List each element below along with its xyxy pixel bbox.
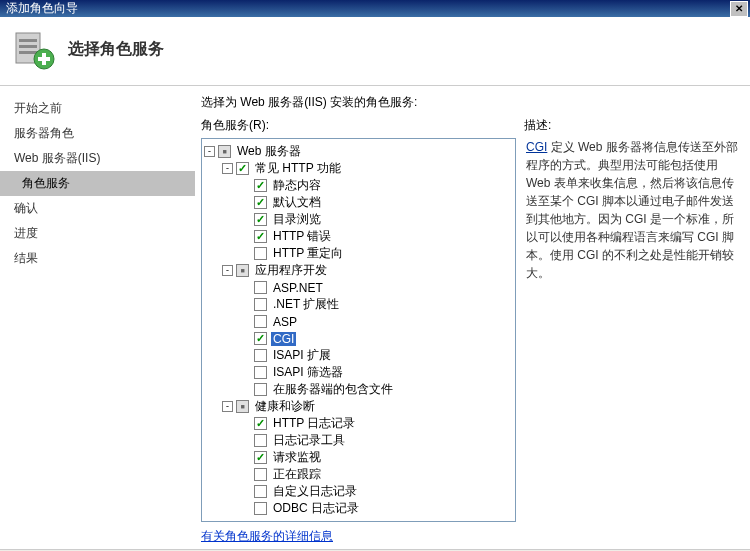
checkbox[interactable] [254,349,267,362]
tree-label[interactable]: 正在跟踪 [271,466,323,483]
tree-row: 目录浏览 [204,211,513,228]
window-title: 添加角色向导 [6,0,78,17]
tree-label[interactable]: .NET 扩展性 [271,296,341,313]
tree-row: ODBC 日志记录 [204,500,513,517]
checkbox[interactable] [254,315,267,328]
tree-label[interactable]: ASP.NET [271,281,325,295]
main-area: 开始之前服务器角色Web 服务器(IIS)角色服务确认进度结果 选择为 Web … [0,86,750,549]
sidebar-item[interactable]: 开始之前 [0,96,195,121]
checkbox[interactable] [236,264,249,277]
svg-rect-3 [19,51,37,54]
checkbox[interactable] [254,451,267,464]
tree-label[interactable]: ASP [271,315,299,329]
tree-label[interactable]: 应用程序开发 [253,262,329,279]
collapse-icon[interactable]: - [222,401,233,412]
sidebar: 开始之前服务器角色Web 服务器(IIS)角色服务确认进度结果 [0,86,195,549]
checkbox[interactable] [254,213,267,226]
tree-label[interactable]: CGI [271,332,296,346]
tree-label[interactable]: Web 服务器 [235,143,303,160]
role-services-tree[interactable]: -Web 服务器-常见 HTTP 功能静态内容默认文档目录浏览HTTP 错误HT… [201,138,516,522]
checkbox[interactable] [254,468,267,481]
desc-link[interactable]: CGI [526,140,547,154]
tree-label[interactable]: HTTP 错误 [271,228,333,245]
tree-row: -应用程序开发 [204,262,513,279]
checkbox[interactable] [218,145,231,158]
desc-label: 描述: [524,117,551,134]
tree-label[interactable]: 健康和诊断 [253,398,317,415]
checkbox[interactable] [236,162,249,175]
tree-row: -健康和诊断 [204,398,513,415]
tree-row: HTTP 日志记录 [204,415,513,432]
header: 选择角色服务 [0,17,750,86]
checkbox[interactable] [254,332,267,345]
checkbox[interactable] [254,281,267,294]
sidebar-item[interactable]: 服务器角色 [0,121,195,146]
tree-label[interactable]: ISAPI 扩展 [271,347,333,364]
page-title: 选择角色服务 [68,39,164,60]
tree-label[interactable]: 默认文档 [271,194,323,211]
tree-label: 角色服务(R): [201,117,516,134]
tree-row: 正在跟踪 [204,466,513,483]
tree-label[interactable]: 常见 HTTP 功能 [253,160,343,177]
svg-rect-1 [19,39,37,42]
tree-row: 静态内容 [204,177,513,194]
tree-row: 默认文档 [204,194,513,211]
tree-row: .NET 扩展性 [204,296,513,313]
checkbox[interactable] [254,366,267,379]
tree-row: ASP.NET [204,279,513,296]
checkbox[interactable] [254,383,267,396]
tree-row: ISAPI 扩展 [204,347,513,364]
checkbox[interactable] [254,247,267,260]
tree-label[interactable]: 在服务器端的包含文件 [271,381,395,398]
prompt-text: 选择为 Web 服务器(IIS) 安装的角色服务: [201,94,740,111]
sidebar-item[interactable]: Web 服务器(IIS) [0,146,195,171]
tree-row: 在服务器端的包含文件 [204,381,513,398]
sidebar-item[interactable]: 进度 [0,221,195,246]
checkbox[interactable] [236,400,249,413]
collapse-icon[interactable]: - [222,163,233,174]
wizard-icon [12,27,56,71]
tree-row: -Web 服务器 [204,143,513,160]
tree-label[interactable]: 请求监视 [271,449,323,466]
tree-row: 自定义日志记录 [204,483,513,500]
svg-rect-2 [19,45,37,48]
tree-label[interactable]: 目录浏览 [271,211,323,228]
sidebar-item[interactable]: 结果 [0,246,195,271]
desc-body: 定义 Web 服务器将信息传送至外部程序的方式。典型用法可能包括使用 Web 表… [526,140,738,280]
tree-row: 请求监视 [204,449,513,466]
close-button[interactable]: ✕ [730,1,748,17]
tree-label[interactable]: HTTP 重定向 [271,245,345,262]
checkbox[interactable] [254,485,267,498]
content: 选择为 Web 服务器(IIS) 安装的角色服务: 角色服务(R): 描述: -… [195,86,750,549]
sidebar-item[interactable]: 确认 [0,196,195,221]
checkbox[interactable] [254,298,267,311]
checkbox[interactable] [254,434,267,447]
tree-row: ISAPI 筛选器 [204,364,513,381]
tree-label[interactable]: HTTP 日志记录 [271,415,357,432]
checkbox[interactable] [254,230,267,243]
tree-label[interactable]: ODBC 日志记录 [271,500,361,517]
collapse-icon[interactable]: - [222,265,233,276]
wizard-window: 添加角色向导 ✕ 选择角色服务 开始之前服务器角色Web 服务器(IIS)角色服… [0,0,750,551]
checkbox[interactable] [254,179,267,192]
more-info-link[interactable]: 有关角色服务的详细信息 [201,529,333,543]
tree-row: HTTP 重定向 [204,245,513,262]
tree-label[interactable]: 自定义日志记录 [271,483,359,500]
checkbox[interactable] [254,417,267,430]
tree-label[interactable]: 静态内容 [271,177,323,194]
description-text: CGI 定义 Web 服务器将信息传送至外部程序的方式。典型用法可能包括使用 W… [526,138,738,282]
tree-row: -常见 HTTP 功能 [204,160,513,177]
collapse-icon[interactable]: - [204,146,215,157]
description-panel: CGI 定义 Web 服务器将信息传送至外部程序的方式。典型用法可能包括使用 W… [524,138,740,522]
svg-rect-6 [38,57,50,61]
tree-row: CGI [204,330,513,347]
sidebar-item[interactable]: 角色服务 [0,171,195,196]
tree-row: 日志记录工具 [204,432,513,449]
titlebar: 添加角色向导 ✕ [0,0,750,17]
checkbox[interactable] [254,502,267,515]
tree-label[interactable]: 日志记录工具 [271,432,347,449]
tree-row: HTTP 错误 [204,228,513,245]
tree-label[interactable]: ISAPI 筛选器 [271,364,345,381]
tree-row: ASP [204,313,513,330]
checkbox[interactable] [254,196,267,209]
